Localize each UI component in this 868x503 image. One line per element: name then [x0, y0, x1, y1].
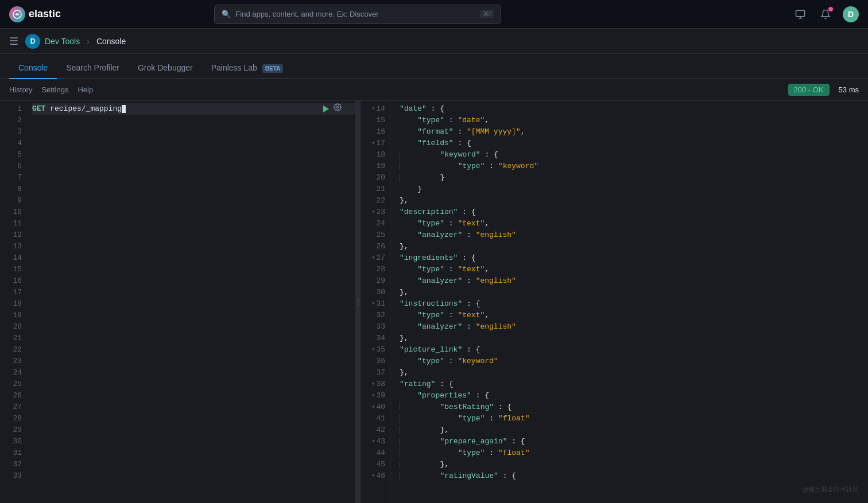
output-line-num: ▾14 — [361, 103, 385, 115]
notifications-icon[interactable] — [817, 6, 834, 22]
editor-line-22[interactable] — [32, 344, 355, 356]
output-line-num: ▾43 — [361, 436, 385, 447]
output-line: } — [400, 172, 862, 184]
fold-arrow-icon[interactable]: ▾ — [371, 436, 375, 447]
editor-line-5[interactable] — [32, 149, 355, 161]
fold-arrow-icon[interactable]: ▾ — [371, 379, 375, 390]
editor-content[interactable]: GET recipes/_mapping — [28, 101, 355, 503]
breadcrumb-current: Console — [96, 37, 126, 46]
output-line-num: 28 — [361, 264, 385, 275]
run-button[interactable] — [320, 103, 331, 115]
fold-arrow-icon[interactable]: ▾ — [371, 138, 375, 149]
second-nav: ☰ D Dev Tools › Console — [0, 29, 868, 54]
editor-line-32[interactable] — [32, 459, 355, 470]
editor-line-4[interactable] — [32, 138, 355, 149]
tab-search-profiler[interactable]: Search Profiler — [57, 57, 129, 79]
fold-arrow-icon[interactable]: ▾ — [371, 103, 375, 115]
editor-line-25[interactable] — [32, 379, 355, 390]
output-line-num: ▾31 — [361, 298, 385, 310]
fold-arrow-icon[interactable]: ▾ — [371, 390, 375, 401]
output-line-num: ▾46 — [361, 470, 385, 482]
watermark: @稀土掘金技术社区 — [802, 485, 859, 494]
global-search-bar[interactable]: 🔍 Find apps, content, and more. Ex: Disc… — [214, 5, 501, 24]
editor-line-27[interactable] — [32, 401, 355, 413]
editor-line-15[interactable] — [32, 264, 355, 275]
menu-toggle-button[interactable]: ☰ — [9, 35, 18, 48]
output-line-num: ▾35 — [361, 344, 385, 356]
tab-grok-debugger[interactable]: Grok Debugger — [129, 57, 202, 79]
editor-line-8[interactable] — [32, 184, 355, 195]
output-line: "ratingValue" : { — [400, 470, 862, 482]
editor-line-9[interactable] — [32, 195, 355, 206]
panel-splitter[interactable]: ⋮ — [356, 101, 361, 503]
breadcrumb-parent[interactable]: Dev Tools — [45, 37, 80, 46]
editor-line-2[interactable] — [32, 115, 355, 126]
scrollbar[interactable] — [862, 101, 868, 503]
output-line-num: 25 — [361, 229, 385, 241]
editor-line-11[interactable] — [32, 218, 355, 229]
fold-arrow-icon[interactable]: ▾ — [371, 252, 375, 264]
fold-arrow-icon[interactable]: ▾ — [371, 470, 375, 482]
editor-line-33[interactable] — [32, 470, 355, 482]
output-line-num: ▾17 — [361, 138, 385, 149]
output-line-num: 29 — [361, 275, 385, 287]
editor-line-20[interactable] — [32, 321, 355, 333]
fold-arrow-icon[interactable]: ▾ — [371, 206, 375, 218]
elastic-logo-text: elastic — [29, 8, 61, 20]
help-button[interactable]: Help — [78, 85, 93, 94]
output-line: "format" : "[MMM yyyy]", — [400, 126, 862, 138]
output-line-num: 45 — [361, 459, 385, 470]
editor-line-14[interactable] — [32, 252, 355, 264]
editor-settings-icon[interactable] — [334, 103, 342, 115]
elastic-logo[interactable]: elastic — [9, 6, 61, 22]
output-line-num: 30 — [361, 287, 385, 298]
request-path: recipes/_mapping — [45, 103, 122, 115]
output-line: "properties" : { — [400, 390, 862, 401]
output-line: "type" : "keyword" — [400, 161, 862, 172]
editor-line-7[interactable] — [32, 172, 355, 184]
editor-line-21[interactable] — [32, 333, 355, 344]
editor-line-12[interactable] — [32, 229, 355, 241]
fold-arrow-icon[interactable]: ▾ — [371, 401, 375, 413]
editor-line-16[interactable] — [32, 275, 355, 287]
history-button[interactable]: History — [9, 85, 32, 94]
fold-arrow-icon[interactable]: ▾ — [371, 298, 375, 310]
fold-arrow-icon[interactable]: ▾ — [371, 344, 375, 356]
output-line-num: ▾39 — [361, 390, 385, 401]
editor-line-19[interactable] — [32, 310, 355, 321]
indent-guide — [400, 162, 400, 170]
editor-line-29[interactable] — [32, 424, 355, 436]
output-line: "prepare_again" : { — [400, 436, 862, 447]
editor-line-13[interactable] — [32, 241, 355, 252]
output-line-num: 22 — [361, 195, 385, 206]
output-line-num: 19 — [361, 161, 385, 172]
output-line: "type" : "float" — [400, 447, 862, 459]
output-line: "instructions" : { — [400, 298, 862, 310]
output-line: "picture_link" : { — [400, 344, 862, 356]
editor-line-17[interactable] — [32, 287, 355, 298]
user-avatar[interactable]: D — [843, 6, 859, 22]
output-line-num: 34 — [361, 333, 385, 344]
output-line: "analyzer" : "english" — [400, 321, 862, 333]
display-icon[interactable] — [792, 6, 808, 22]
editor-line-28[interactable] — [32, 413, 355, 424]
editor-line-3[interactable] — [32, 126, 355, 138]
tab-console[interactable]: Console — [9, 57, 57, 79]
editor-line-1[interactable]: GET recipes/_mapping — [32, 103, 355, 115]
output-line-num: 36 — [361, 356, 385, 367]
editor-line-26[interactable] — [32, 390, 355, 401]
editor-line-31[interactable] — [32, 447, 355, 459]
editor-line-numbers: 1 2 3 4 5 6 7 8 9 10 11 12 13 14 15 16 1… — [0, 101, 28, 503]
editor-line-6[interactable] — [32, 161, 355, 172]
editor-line-10[interactable] — [32, 206, 355, 218]
output-line-numbers: ▾141516▾171819202122▾23242526▾27282930▾3… — [361, 101, 390, 503]
indent-guide — [400, 461, 400, 469]
editor-line-24[interactable] — [32, 367, 355, 379]
settings-button[interactable]: Settings — [41, 85, 68, 94]
text-cursor — [122, 105, 126, 113]
main-content: 1 2 3 4 5 6 7 8 9 10 11 12 13 14 15 16 1… — [0, 101, 868, 503]
editor-line-30[interactable] — [32, 436, 355, 447]
editor-line-18[interactable] — [32, 298, 355, 310]
editor-line-23[interactable] — [32, 356, 355, 367]
tab-painless-lab[interactable]: Painless Lab BETA — [202, 57, 293, 79]
